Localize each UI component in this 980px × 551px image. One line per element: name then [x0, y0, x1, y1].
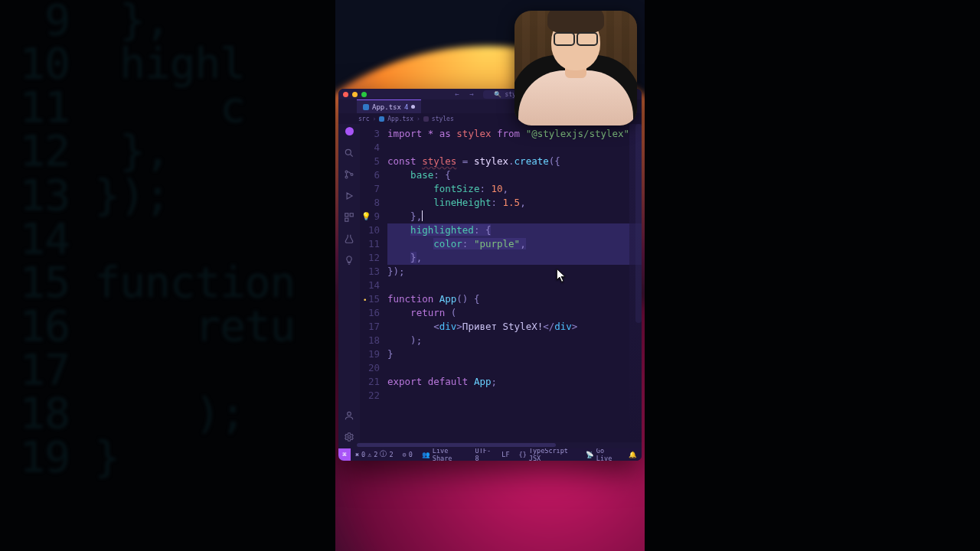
- close-traffic-light[interactable]: [343, 92, 348, 97]
- scrollbar-thumb[interactable]: [357, 443, 556, 447]
- svg-rect-5: [350, 214, 353, 217]
- notifications-bell-icon[interactable]: 🔔: [624, 451, 642, 458]
- run-debug-icon[interactable]: [344, 191, 354, 201]
- svg-rect-4: [345, 214, 348, 217]
- symbol-icon: [423, 116, 429, 122]
- breadcrumb-file[interactable]: App.tsx: [387, 116, 413, 122]
- testing-icon[interactable]: [344, 233, 354, 244]
- code-lines[interactable]: 3import * as stylex from "@stylexjs/styl…: [360, 124, 642, 403]
- line-number: 13: [360, 265, 387, 279]
- line-number: 9: [360, 210, 387, 223]
- line-number: 4: [360, 141, 387, 155]
- presenter-webcam: [514, 11, 637, 126]
- vertical-scrollbar[interactable]: [635, 124, 642, 323]
- line-number: 22: [360, 389, 387, 403]
- typescript-file-icon: [379, 116, 384, 122]
- code-editor[interactable]: 3import * as stylex from "@stylexjs/styl…: [360, 124, 642, 442]
- source-control-icon[interactable]: [344, 169, 354, 180]
- live-share-button[interactable]: 👥 Live Share: [417, 447, 471, 461]
- gear-icon[interactable]: [344, 432, 354, 442]
- svg-point-2: [345, 176, 348, 178]
- line-number: 10: [360, 223, 387, 237]
- lightbulb-icon[interactable]: [344, 255, 354, 266]
- search-icon[interactable]: [344, 148, 354, 158]
- go-live-button[interactable]: 📡 Go Live: [581, 447, 624, 461]
- breadcrumb-symbol[interactable]: styles: [432, 116, 454, 122]
- line-number: 7: [360, 182, 387, 196]
- line-number: 5: [360, 155, 387, 168]
- ports-indicator[interactable]: ⊝ 0: [398, 451, 417, 458]
- svg-point-0: [345, 149, 351, 155]
- nav-back-forward[interactable]: ← →: [455, 90, 476, 98]
- accounts-icon[interactable]: [344, 410, 354, 421]
- line-number: 8: [360, 196, 387, 210]
- tab-dirty-indicator: [411, 105, 415, 109]
- encoding-indicator[interactable]: UTF-8: [471, 447, 498, 461]
- language-mode[interactable]: {} TypeScript JSX: [514, 447, 581, 461]
- line-number: 14: [360, 279, 387, 292]
- svg-point-7: [348, 412, 351, 416]
- background-code-ghost: 9 }, 10 highl 11 c 12 }, 13 }); 14 15 fu…: [0, 0, 295, 522]
- horizontal-scrollbar[interactable]: [338, 442, 642, 448]
- line-number: 19: [360, 347, 387, 361]
- line-number: 15: [360, 292, 387, 306]
- line-number: 11: [360, 237, 387, 251]
- tab-app-tsx[interactable]: App.tsx 4: [357, 99, 421, 113]
- problems-indicator[interactable]: ✖0 ⚠2 ⓘ2: [351, 450, 398, 459]
- text-cursor: [422, 210, 423, 221]
- profile-badge[interactable]: [345, 127, 354, 135]
- extensions-icon[interactable]: [344, 212, 354, 223]
- tab-filename: App.tsx: [372, 103, 401, 111]
- svg-point-3: [351, 174, 353, 176]
- line-number: 21: [360, 375, 387, 389]
- line-number: 17: [360, 320, 387, 334]
- remote-indicator[interactable]: ⌘: [338, 448, 351, 461]
- svg-rect-6: [345, 218, 348, 221]
- status-bar: ⌘ ✖0 ⚠2 ⓘ2 ⊝ 0 👥 Live Share UTF-8 LF {} …: [338, 448, 642, 461]
- svg-point-8: [348, 435, 351, 439]
- vertical-video-strip: ← → 🔍 styles dev App.tsx 4 src › App.tsx…: [335, 0, 645, 551]
- tab-problem-count: 4: [404, 103, 408, 111]
- eol-indicator[interactable]: LF: [497, 451, 514, 458]
- svg-point-1: [345, 171, 348, 173]
- line-number: 16: [360, 306, 387, 320]
- line-number: 6: [360, 168, 387, 182]
- activity-bar: [338, 124, 360, 442]
- typescript-file-icon: [363, 104, 369, 110]
- line-number: 3: [360, 127, 387, 141]
- line-number: 20: [360, 361, 387, 375]
- breadcrumb-folder[interactable]: src: [358, 116, 369, 122]
- line-number: 12: [360, 251, 387, 265]
- zoom-traffic-light[interactable]: [361, 92, 367, 97]
- vscode-window: ← → 🔍 styles dev App.tsx 4 src › App.tsx…: [338, 89, 642, 461]
- line-number: 18: [360, 334, 387, 347]
- minimize-traffic-light[interactable]: [352, 92, 358, 97]
